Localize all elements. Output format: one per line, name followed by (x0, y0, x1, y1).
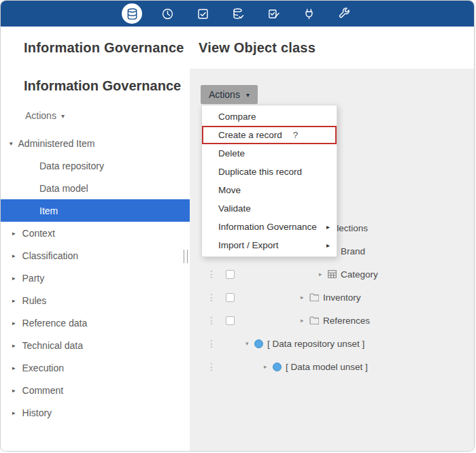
top-navigation-bar (1, 1, 474, 27)
menu-item-delete[interactable]: Delete (202, 144, 337, 163)
menu-item-import-export[interactable]: Import / Export ▸ (202, 236, 337, 254)
panel-resize-handle[interactable] (184, 250, 188, 263)
edit-check-icon[interactable] (263, 3, 284, 24)
menu-item-information-governance[interactable]: Information Governance ▸ (202, 218, 337, 236)
clock-icon[interactable] (157, 3, 177, 24)
menu-item-label: Duplicate this record (218, 167, 302, 177)
drag-handle-icon[interactable]: ⋮ (207, 361, 215, 372)
caret-right-icon: ▸ (12, 297, 16, 304)
tree-row-inventory: ⋮ ▸ Inventory (190, 286, 474, 309)
menu-item-create-a-record[interactable]: Create a record ? (202, 126, 337, 144)
app-window: Information Governance View Object class… (0, 0, 475, 452)
menu-item-label: Compare (218, 112, 256, 122)
folder-icon (309, 293, 319, 301)
tree-row-data-model-unset: ⋮ ▸ [ Data model unset ] (190, 355, 474, 378)
caret-right-icon: ▸ (12, 230, 16, 237)
chevron-down-icon: ▾ (61, 112, 65, 120)
row-checkbox[interactable] (226, 316, 235, 325)
caret-right-icon[interactable]: ▸ (301, 317, 309, 324)
row-checkbox[interactable] (226, 270, 235, 279)
sidebar-item-history[interactable]: ▸ History (1, 401, 190, 424)
sidebar-actions-dropdown[interactable]: Actions ▾ (1, 94, 65, 121)
caret-down-icon[interactable]: ▾ (245, 340, 254, 347)
sidebar-item-item[interactable]: Item (1, 199, 190, 222)
tree-row-references: ⋮ ▸ References (190, 309, 474, 332)
body: Information Governance Actions ▾ ▾ Admin… (1, 69, 474, 452)
sidebar-item-classification[interactable]: ▸ Classification (1, 244, 190, 267)
menu-item-move[interactable]: Move (202, 181, 337, 199)
sidebar-item-party[interactable]: ▸ Party (1, 267, 190, 289)
sidebar-item-label: Data repository (39, 161, 104, 171)
sidebar-item-label: Context (22, 228, 55, 239)
sidebar-actions-label: Actions (25, 110, 56, 121)
submenu-arrow-icon: ▸ (326, 241, 330, 249)
caret-right-icon[interactable]: ▸ (301, 294, 309, 301)
tree-item-label[interactable]: References (323, 316, 370, 326)
tree-item-label[interactable]: [ Data repository unset ] (267, 339, 364, 349)
tree-item-label[interactable]: Brand (341, 246, 365, 256)
actions-button-label: Actions (209, 89, 240, 100)
sidebar-item-data-model[interactable]: Data model (1, 177, 190, 199)
check-square-icon[interactable] (192, 3, 213, 24)
caret-right-icon: ▸ (12, 342, 16, 349)
tree-item-label[interactable]: Inventory (323, 292, 361, 303)
tree-row-category: ⋮ ▸ Category (190, 263, 474, 286)
sidebar-item-reference-data[interactable]: ▸ Reference data (1, 312, 190, 334)
menu-item-compare[interactable]: Compare (202, 107, 337, 126)
sidebar: Information Governance Actions ▾ ▾ Admin… (1, 69, 190, 452)
actions-dropdown-menu: Compare Create a record ? Delete Duplica… (201, 105, 337, 257)
main-panel: Actions ▾ Compare Create a record ? Dele… (190, 69, 474, 452)
plug-icon[interactable] (299, 3, 319, 24)
caret-right-icon: ▸ (12, 252, 16, 259)
menu-item-duplicate-this-record[interactable]: Duplicate this record (202, 163, 337, 181)
database-check-icon[interactable] (228, 3, 248, 24)
drag-handle-icon[interactable]: ⋮ (207, 338, 215, 349)
sidebar-tree: ▾ Administered Item Data repository Data… (1, 132, 190, 424)
sidebar-title: Information Governance (1, 69, 190, 94)
drag-handle-icon[interactable]: ⋮ (207, 292, 215, 303)
caret-right-icon: ▸ (12, 365, 16, 371)
sidebar-item-label: History (22, 407, 52, 418)
sidebar-item-label: Party (22, 273, 45, 284)
caret-right-icon: ▸ (12, 387, 16, 394)
header: Information Governance View Object class (1, 27, 474, 69)
tree-row-data-repository-unset: ⋮ ▾ [ Data repository unset ] (190, 332, 474, 355)
sidebar-item-label: Classification (22, 250, 78, 261)
header-right: View Object class (190, 40, 316, 56)
sidebar-item-data-repository[interactable]: Data repository (1, 154, 190, 177)
caret-down-icon: ▾ (10, 140, 13, 147)
drag-handle-icon[interactable]: ⋮ (207, 269, 215, 280)
wrench-icon[interactable] (334, 3, 354, 24)
sidebar-item-execution[interactable]: ▸ Execution (1, 356, 190, 379)
table-icon (328, 270, 337, 278)
header-left: Information Governance (1, 40, 190, 56)
menu-item-label: Move (218, 185, 241, 195)
instance-icon (273, 363, 282, 371)
tree-item-label[interactable]: Category (341, 269, 378, 280)
database-icon[interactable] (122, 3, 142, 24)
menu-item-validate[interactable]: Validate (202, 199, 337, 218)
menu-item-label: Validate (218, 203, 251, 214)
sidebar-item-label: Execution (22, 363, 64, 373)
sidebar-item-comment[interactable]: ▸ Comment (1, 379, 190, 401)
sidebar-item-label: Reference data (22, 318, 88, 329)
tree-item-label[interactable]: [ Data model unset ] (286, 362, 368, 372)
sidebar-item-label: Data model (39, 183, 88, 194)
row-checkbox[interactable] (226, 293, 235, 302)
menu-item-label: Create a record (218, 130, 282, 140)
instance-icon (254, 339, 263, 348)
sidebar-item-administered-item[interactable]: ▾ Administered Item (1, 132, 190, 154)
sidebar-item-rules[interactable]: ▸ Rules (1, 289, 190, 312)
caret-right-icon[interactable]: ▸ (319, 271, 328, 278)
sidebar-item-label: Rules (22, 295, 47, 306)
sidebar-item-label: Item (39, 205, 58, 216)
help-icon[interactable]: ? (293, 130, 299, 140)
sidebar-item-technical-data[interactable]: ▸ Technical data (1, 334, 190, 356)
caret-right-icon: ▸ (12, 409, 16, 416)
actions-button[interactable]: Actions ▾ (201, 85, 258, 104)
drag-handle-icon[interactable]: ⋮ (207, 315, 215, 326)
sidebar-item-context[interactable]: ▸ Context (1, 222, 190, 244)
caret-right-icon[interactable]: ▸ (264, 363, 273, 370)
caret-right-icon: ▸ (12, 275, 16, 282)
sidebar-item-label: Administered Item (18, 138, 95, 149)
